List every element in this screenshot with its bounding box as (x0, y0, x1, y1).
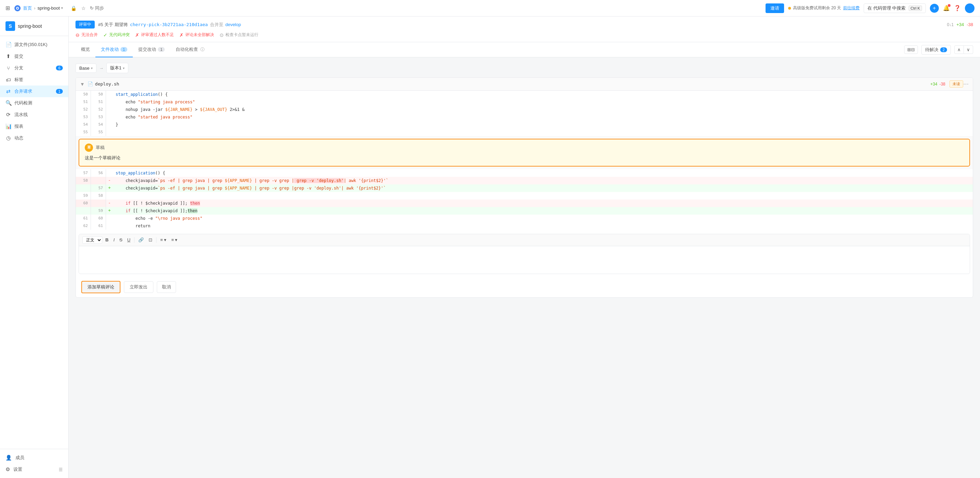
settings-icon: ⚙ (5, 466, 10, 473)
diff-line-58: 59 58 (76, 192, 973, 199)
tab-commit-changes[interactable]: 提交改动 1 (133, 42, 170, 57)
notification-bell[interactable]: 🔔 (943, 5, 950, 11)
new-line-num-59a: 59 (91, 207, 106, 215)
sidebar-item-tags[interactable]: 🏷 标签 (0, 74, 68, 86)
add-draft-comment-btn[interactable]: 添加草稿评论 (81, 281, 121, 293)
sidebar-item-pipeline[interactable]: ⟳ 流水线 (0, 109, 68, 121)
publish-now-btn[interactable]: 立即发出 (124, 281, 153, 293)
sidebar-item-reports[interactable]: 📊 报表 (0, 121, 68, 132)
line-code-55 (113, 128, 973, 136)
pending-btn[interactable]: 待解决 2 (921, 45, 951, 54)
mr-check-conflict: ✓ 无代码冲突 (103, 32, 130, 38)
pending-label: 待解决 (925, 47, 939, 53)
sidebar-activity-label: 动态 (14, 135, 23, 141)
link-btn[interactable]: 🔗 (137, 237, 145, 243)
premium-link[interactable]: 前往续费 (843, 5, 859, 11)
branches-badge: 6 (56, 65, 63, 70)
version-select[interactable]: 版本1 ▾ (107, 63, 128, 73)
version-label: 版本1 (110, 65, 121, 71)
strikethrough-btn[interactable]: S (118, 237, 124, 243)
reports-icon: 📊 (5, 123, 11, 129)
cancel-comment-btn[interactable]: 取消 (157, 281, 176, 293)
tab-file-changes-badge: 1 (121, 47, 127, 52)
star-icon[interactable]: ☆ (81, 5, 86, 12)
mr-stat-deletions: -38 (967, 22, 973, 27)
version-arrow-icon: → (99, 65, 103, 71)
diff-line-56: 57 56 stop_application() { (76, 169, 973, 177)
tab-overview[interactable]: 概览 (75, 42, 95, 57)
line-sign-61 (106, 222, 113, 230)
new-line-num-57a: 57 (91, 185, 106, 192)
base-select[interactable]: Base ▾ (75, 64, 96, 73)
draft-comment-row: 草 草稿 这是一个草稿评论 (76, 136, 973, 169)
tab-file-changes[interactable]: 文件改动 1 (95, 42, 133, 57)
add-button[interactable]: + (930, 4, 939, 13)
diff-line-50: 50 50 start_application() { (76, 91, 973, 98)
sidebar-item-settings[interactable]: ⚙ 设置 ☰ (0, 464, 68, 475)
premium-notice: 高级版免费试用剩余 20 天 前往续费 (788, 5, 859, 11)
home-link[interactable]: 首页 (23, 5, 32, 11)
new-line-num-55: 55 (91, 128, 106, 136)
sidebar-item-members[interactable]: 👤 成员 (0, 452, 68, 464)
sidebar-item-code-check[interactable]: 🔍 代码检测 (0, 97, 68, 109)
mr-title-info: #5 关于 期望将 cherry-pick-3b2721aa-210d1aea … (98, 22, 241, 28)
merge-error-label: 无法合并 (81, 32, 98, 38)
search-box[interactable]: 在 代码管理 中搜索 Ctrl K (864, 3, 926, 13)
expand-up-btn[interactable]: ∧ (954, 45, 964, 54)
mr-source-branch[interactable]: cherry-pick-3b2721aa-210d1aea (130, 22, 208, 27)
expand-down-btn[interactable]: ∨ (964, 45, 973, 54)
draft-commenter-avatar: 草 (85, 143, 93, 152)
diff-line-54: 54 54 } (76, 121, 973, 128)
new-line-num-54: 54 (91, 121, 106, 128)
invite-button[interactable]: 邀请 (765, 3, 784, 13)
mr-badge: 1 (56, 89, 63, 94)
diff-more-btn[interactable]: ⋯ (963, 81, 969, 87)
diff-expand-btn[interactable]: ▼ (80, 81, 85, 87)
sidebar-item-files[interactable]: 📄 源文件(350.01K) (0, 39, 68, 51)
code-check-icon: 🔍 (5, 100, 11, 106)
diff-status-badge: 未读 (950, 80, 963, 88)
line-sign-50 (106, 91, 113, 98)
new-line-num-57r (91, 177, 106, 185)
old-line-num-59a (76, 207, 91, 215)
tab-auto-check[interactable]: 自动化检查 ⓘ (170, 42, 210, 57)
help-icon[interactable]: ❓ (954, 5, 961, 11)
old-line-num-50: 50 (76, 91, 91, 98)
diff-line-53: 53 53 echo "started java process" (76, 113, 973, 121)
user-avatar[interactable] (965, 3, 975, 13)
line-sign-56 (106, 169, 113, 177)
unordered-list-btn[interactable]: ≡ ▾ (159, 237, 168, 243)
mr-stat-commits: 0↓1 (947, 22, 954, 27)
italic-btn[interactable]: I (111, 237, 116, 243)
repo-icon: S (5, 21, 15, 31)
repo-dropdown-arrow[interactable]: ▾ (61, 6, 63, 10)
lock-icon[interactable]: 🔒 (70, 5, 77, 12)
commits-icon: ⬆ (5, 53, 11, 59)
members-icon: 👤 (5, 455, 12, 461)
ci-neutral-icon: ⊙ (220, 32, 224, 38)
nav-icons: 🔒 ☆ ↻ 同步 (70, 5, 104, 12)
diff-line-52: 52 52 nohup java -jar ${JAR_NAME} > ${JA… (76, 106, 973, 113)
sidebar-item-commits[interactable]: ⬆ 提交 (0, 51, 68, 62)
mr-target-branch[interactable]: develop (226, 22, 241, 27)
sidebar-item-activity[interactable]: ◷ 动态 (0, 132, 68, 144)
sidebar-collapse-icon[interactable]: ☰ (59, 467, 63, 472)
new-line-num-56b: 56 (91, 169, 106, 177)
mr-check-reviewers: ✗ 评审通过人数不足 (135, 32, 174, 38)
view-toggle-btn[interactable]: ⊞⊟ (904, 45, 918, 54)
sidebar-mr-label: 合并请求 (14, 88, 32, 94)
sync-btn[interactable]: ↻ 同步 (90, 5, 104, 11)
sidebar-item-branches[interactable]: ⑂ 分支 6 (0, 62, 68, 74)
comment-input[interactable] (79, 246, 970, 274)
grid-icon: ⊞ (5, 5, 10, 11)
ordered-list-btn[interactable]: ≡ ▾ (170, 237, 179, 243)
bold-btn[interactable]: B (103, 237, 110, 243)
mr-title-row: 评审中 #5 关于 期望将 cherry-pick-3b2721aa-210d1… (75, 21, 973, 29)
image-btn[interactable]: ⊡ (147, 237, 154, 243)
sidebar-item-mr[interactable]: ⇄ 合并请求 1 (0, 86, 68, 97)
underline-btn[interactable]: U (126, 237, 132, 243)
text-style-select[interactable]: 正文 (82, 236, 102, 244)
line-code-57r: checkjavapid=`ps -ef | grep java | grep … (113, 177, 973, 185)
new-line-num-59r (91, 199, 106, 207)
mr-stat-additions: +34 (956, 22, 964, 27)
